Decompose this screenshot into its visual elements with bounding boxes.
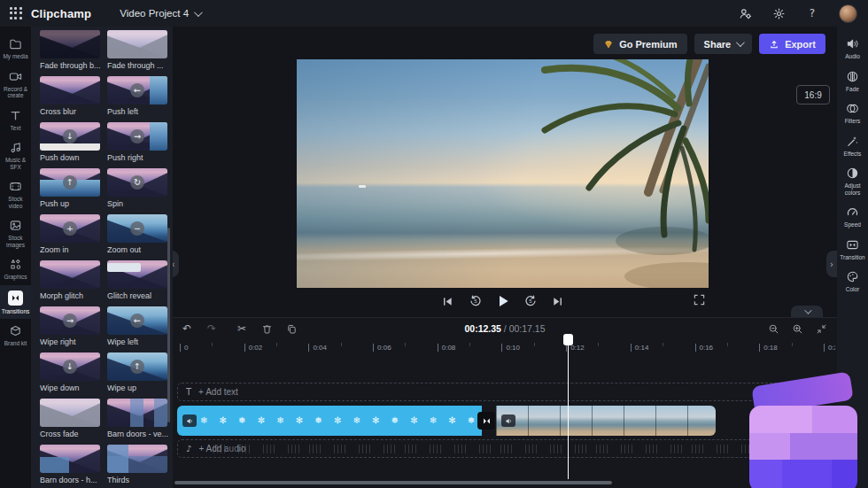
- zoom-out-icon[interactable]: [766, 321, 780, 336]
- playhead[interactable]: [563, 334, 573, 479]
- property-item-fade[interactable]: Fade: [837, 65, 868, 97]
- transition-item[interactable]: Fade through b...: [40, 30, 100, 76]
- transition-item[interactable]: Fade through ...: [107, 30, 167, 76]
- play-button[interactable]: [495, 293, 511, 309]
- transition-thumbnail[interactable]: ↓: [40, 122, 100, 151]
- property-item-color[interactable]: Color: [837, 265, 868, 298]
- fullscreen-icon[interactable]: [694, 293, 705, 309]
- property-item-speed[interactable]: Speed: [837, 200, 868, 233]
- transition-thumbnail[interactable]: →: [40, 306, 100, 335]
- transition-thumbnail[interactable]: ←: [107, 306, 167, 335]
- sidebar-item-my-media[interactable]: My media: [0, 32, 31, 65]
- transition-item[interactable]: ↓ Push down: [40, 122, 100, 168]
- transition-item[interactable]: ← Wipe left: [107, 306, 167, 352]
- transition-thumbnail[interactable]: −: [107, 214, 167, 243]
- collapse-properties-button[interactable]: ›: [826, 251, 837, 277]
- collapse-timeline-button[interactable]: [791, 306, 823, 317]
- app-launcher-icon[interactable]: [10, 7, 22, 19]
- property-item-effects[interactable]: Effects: [837, 129, 868, 162]
- skip-end-icon[interactable]: [550, 293, 566, 309]
- film-icon: [9, 180, 22, 193]
- transition-item[interactable]: → Wipe right: [40, 306, 100, 352]
- zoom-in-icon[interactable]: [790, 321, 804, 336]
- sidebar-item-record-create[interactable]: Record & create: [0, 65, 31, 104]
- transition-thumbnail[interactable]: [40, 445, 100, 473]
- sidebar-item-transitions[interactable]: Transitions: [0, 285, 31, 320]
- property-item-audio[interactable]: Audio: [837, 32, 868, 65]
- text-track[interactable]: T + Add text: [177, 383, 826, 401]
- help-icon[interactable]: ?: [805, 6, 819, 20]
- transition-direction-icon: →: [130, 129, 144, 143]
- transition-label: Wipe right: [40, 337, 104, 346]
- sidebar-item-label: Music & SFX: [1, 157, 30, 170]
- sidebar-item-brand-kit[interactable]: Brand kit: [0, 319, 31, 352]
- transition-thumbnail[interactable]: [107, 399, 167, 427]
- rewind-5s-icon[interactable]: 5: [468, 293, 484, 309]
- video-preview[interactable]: [297, 59, 709, 288]
- transition-item[interactable]: Cross blur: [40, 76, 100, 122]
- user-avatar[interactable]: [839, 4, 857, 23]
- transition-item[interactable]: Morph glitch: [40, 260, 100, 306]
- transition-thumbnail[interactable]: [40, 76, 100, 105]
- collaborate-icon[interactable]: [738, 6, 752, 20]
- transition-thumbnail[interactable]: [107, 260, 167, 289]
- transitions-icon: [8, 290, 23, 306]
- transition-item[interactable]: ← Push left: [107, 76, 167, 122]
- audio-track[interactable]: ♪ + Add audio: [177, 439, 826, 458]
- transition-item[interactable]: ↑ Push up: [40, 168, 100, 214]
- aspect-ratio-badge[interactable]: 16:9: [796, 85, 830, 105]
- sidebar-item-stock-images[interactable]: Stock images: [0, 213, 31, 252]
- go-premium-button[interactable]: Go Premium: [593, 34, 686, 54]
- transition-item[interactable]: Glitch reveal: [107, 260, 167, 306]
- project-name-menu[interactable]: Video Project 4: [120, 8, 200, 19]
- skip-start-icon[interactable]: [440, 293, 456, 309]
- transition-item[interactable]: Barn doors - ve...: [107, 399, 167, 445]
- sidebar-item-text[interactable]: Text: [0, 104, 31, 136]
- settings-gear-icon[interactable]: [771, 6, 786, 20]
- transition-thumbnail[interactable]: ←: [107, 76, 167, 105]
- transition-thumbnail[interactable]: [40, 399, 100, 427]
- transition-label: Push right: [107, 153, 171, 162]
- applied-transition-chip[interactable]: [477, 412, 495, 430]
- property-item-adjust-colors[interactable]: Adjust colors: [837, 161, 868, 200]
- transition-thumbnail[interactable]: [40, 260, 100, 289]
- sidebar-item-label: Stock video: [1, 196, 30, 209]
- timeline-scrollbar[interactable]: [174, 481, 612, 484]
- transition-item[interactable]: ↓ Wipe down: [40, 352, 100, 399]
- sidebar-item-music-sfx[interactable]: Music & SFX: [0, 136, 31, 174]
- forward-5s-icon[interactable]: 5: [523, 293, 539, 309]
- transition-icon: [482, 416, 492, 426]
- export-button[interactable]: Export: [759, 34, 825, 54]
- magic-wand-icon: [846, 135, 859, 148]
- transition-thumbnail[interactable]: ↑: [107, 352, 167, 381]
- video-clip-snowflakes[interactable]: ❄ ✻ ❅ ✼ ❄ ✻ ❅ ✼ ❄ ✻ ❅ ✼ ❄ ✻ ❅ ✼ ❄ ✻ ❅ ✼: [177, 406, 482, 436]
- sidebar-item-graphics[interactable]: Graphics: [0, 252, 31, 285]
- sidebar-item-stock-video[interactable]: Stock video: [0, 174, 31, 213]
- panel-scrollbar[interactable]: [167, 228, 170, 422]
- share-button[interactable]: Share: [694, 34, 753, 54]
- transition-item[interactable]: Cross fade: [40, 399, 100, 445]
- transition-item[interactable]: → Push right: [107, 122, 167, 168]
- property-item-filters[interactable]: Filters: [837, 97, 868, 129]
- time-ruler[interactable]: 0 0:02 0:04 0:06 0:08 0:1: [180, 341, 835, 353]
- video-clip-beach[interactable]: [496, 406, 716, 436]
- transition-item[interactable]: Barn doors - h...: [40, 445, 100, 488]
- property-item-transition[interactable]: Transition: [837, 233, 868, 266]
- transition-item[interactable]: ↻ Spin: [107, 168, 167, 214]
- clip-audio-icon[interactable]: [501, 414, 515, 427]
- transition-thumbnail[interactable]: →: [107, 122, 167, 151]
- clip-audio-icon[interactable]: [182, 414, 197, 427]
- transition-item[interactable]: ↑ Wipe up: [107, 352, 167, 399]
- speaker-icon: [846, 37, 859, 50]
- transition-thumbnail[interactable]: +: [40, 214, 100, 243]
- transition-item[interactable]: + Zoom in: [40, 214, 100, 260]
- transition-item[interactable]: Thirds: [107, 445, 167, 488]
- transition-thumbnail[interactable]: [107, 445, 167, 473]
- transition-thumbnail[interactable]: [40, 30, 100, 58]
- zoom-fit-icon[interactable]: [814, 321, 828, 336]
- transition-thumbnail[interactable]: ↻: [107, 168, 167, 197]
- transition-item[interactable]: − Zoom out: [107, 214, 167, 260]
- transition-thumbnail[interactable]: [107, 30, 167, 58]
- transition-thumbnail[interactable]: ↑: [40, 168, 100, 197]
- transition-thumbnail[interactable]: ↓: [40, 352, 100, 381]
